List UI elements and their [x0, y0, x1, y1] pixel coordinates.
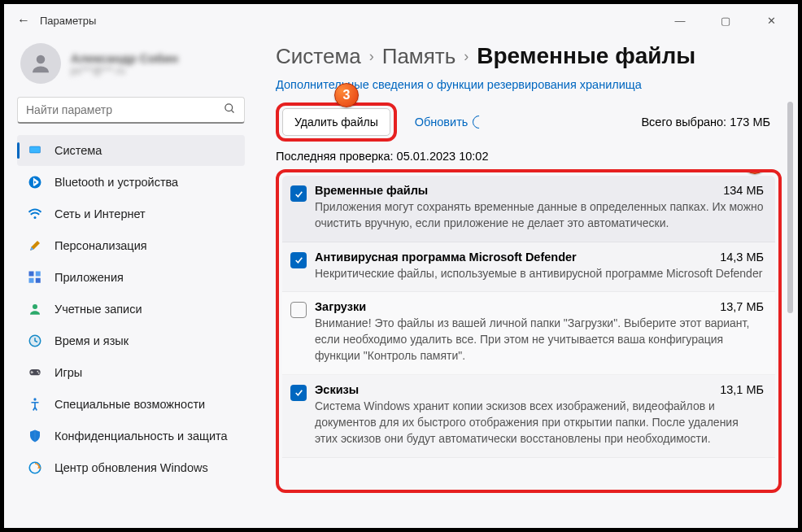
- sidebar-item-4[interactable]: Приложения: [17, 262, 245, 293]
- game-icon: [27, 364, 43, 381]
- apps-icon: [27, 269, 43, 286]
- file-item-0[interactable]: Временные файлы134 МБПриложения могут со…: [282, 176, 775, 242]
- file-item-2[interactable]: Загрузки13,7 МБВнимание! Это файлы из ва…: [282, 292, 775, 375]
- bluetooth-icon: [27, 174, 43, 190]
- shield-icon: [27, 428, 43, 444]
- file-item-1[interactable]: Антивирусная программа Microsoft Defende…: [282, 242, 775, 292]
- file-item-3[interactable]: Эскизы13,1 МБСистема Windows хранит копи…: [282, 375, 775, 458]
- refresh-button[interactable]: Обновить: [415, 116, 486, 129]
- scrollbar-thumb[interactable]: [787, 102, 793, 313]
- page-title: Временные файлы: [477, 43, 695, 69]
- profile-block[interactable]: Александр Собин ps***@***.ru: [17, 37, 245, 97]
- chevron-right-icon: ›: [464, 48, 469, 65]
- svg-rect-8: [36, 272, 41, 277]
- wifi-icon: [27, 206, 43, 222]
- total-selected-label: Всего выбрано: 173 МБ: [641, 116, 782, 129]
- minimize-button[interactable]: —: [666, 8, 694, 33]
- update-icon: [27, 460, 43, 476]
- sidebar-item-6[interactable]: Время и язык: [17, 325, 245, 356]
- sidebar-item-1[interactable]: Bluetooth и устройства: [17, 167, 245, 198]
- svg-point-17: [33, 398, 36, 400]
- clock-icon: [27, 333, 43, 349]
- sidebar-item-0[interactable]: Система: [17, 135, 245, 166]
- annotation-bubble-3: 3: [334, 83, 359, 107]
- window-title: Параметры: [40, 15, 96, 27]
- svg-rect-4: [30, 146, 40, 152]
- file-checkbox[interactable]: [290, 385, 307, 401]
- file-title: Антивирусная программа Microsoft Defende…: [315, 251, 577, 264]
- refresh-label: Обновить: [415, 116, 469, 129]
- sidebar-item-label: Сеть и Интернет: [54, 207, 146, 220]
- breadcrumb: Система › Память › Временные файлы: [276, 43, 782, 69]
- sidebar-item-label: Время и язык: [54, 334, 129, 347]
- file-size: 14,3 МБ: [720, 251, 764, 264]
- sidebar-item-label: Игры: [54, 366, 82, 379]
- delete-files-button[interactable]: Удалить файлы: [282, 108, 390, 136]
- avatar: [20, 43, 61, 84]
- reservation-info-link[interactable]: Дополнительные сведения о функции резерв…: [276, 78, 642, 91]
- access-icon: [27, 396, 43, 412]
- search-input[interactable]: [17, 97, 245, 124]
- file-desc: Некритические файлы, используемые в анти…: [315, 265, 764, 281]
- svg-point-13: [29, 335, 41, 347]
- sidebar-nav: СистемаBluetooth и устройстваСеть и Инте…: [17, 135, 245, 483]
- brush-icon: [27, 238, 43, 254]
- file-list: 2 Временные файлы134 МБПриложения могут …: [276, 169, 782, 493]
- sidebar-item-8[interactable]: Специальные возможности: [17, 389, 245, 420]
- file-checkbox[interactable]: [290, 185, 307, 202]
- annotation-bubble-2: 2: [743, 169, 767, 174]
- svg-line-2: [231, 110, 233, 112]
- sidebar-item-label: Учетные записи: [54, 303, 142, 316]
- svg-point-16: [38, 373, 40, 374]
- file-title: Эскизы: [315, 383, 359, 396]
- file-size: 13,1 МБ: [720, 383, 764, 396]
- svg-rect-10: [36, 278, 41, 283]
- system-icon: [27, 142, 43, 159]
- svg-point-0: [37, 55, 46, 64]
- chevron-right-icon: ›: [369, 48, 374, 65]
- annotation-highlight-3: Удалить файлы 3: [276, 102, 397, 142]
- sidebar-item-label: Персонализация: [54, 239, 147, 252]
- last-check-label: Последняя проверка: 05.01.2023 10:02: [276, 150, 782, 163]
- file-size: 134 МБ: [723, 184, 764, 197]
- file-size: 13,7 МБ: [720, 300, 764, 313]
- close-button[interactable]: ✕: [757, 8, 785, 33]
- sidebar-item-label: Конфиденциальность и защита: [54, 430, 228, 443]
- sidebar-item-2[interactable]: Сеть и Интернет: [17, 198, 245, 229]
- search-field[interactable]: [26, 103, 224, 116]
- sidebar-item-10[interactable]: Центр обновления Windows: [17, 452, 245, 483]
- sidebar-item-3[interactable]: Персонализация: [17, 230, 245, 261]
- svg-rect-7: [29, 272, 34, 277]
- refresh-icon: [470, 113, 489, 132]
- sidebar-item-label: Система: [54, 144, 102, 157]
- sidebar-item-label: Специальные возможности: [54, 398, 205, 411]
- svg-point-5: [29, 177, 41, 189]
- breadcrumb-memory[interactable]: Память: [382, 44, 456, 69]
- sidebar-item-label: Bluetooth и устройства: [54, 176, 178, 189]
- file-checkbox[interactable]: [290, 252, 307, 268]
- svg-rect-9: [29, 278, 34, 283]
- search-icon: [224, 102, 236, 117]
- file-title: Загрузки: [315, 300, 366, 313]
- profile-name: Александр Собин ps***@***.ru: [71, 51, 178, 76]
- user-icon: [27, 301, 43, 317]
- svg-point-1: [225, 104, 233, 111]
- svg-point-15: [37, 371, 38, 373]
- breadcrumb-system[interactable]: Система: [276, 44, 361, 69]
- file-desc: Внимание! Это файлы из вашей личной папк…: [315, 315, 764, 364]
- scrollbar[interactable]: [787, 102, 793, 520]
- file-desc: Система Windows хранит копии эскизов все…: [315, 398, 764, 447]
- file-checkbox[interactable]: [290, 302, 307, 318]
- maximize-button[interactable]: ▢: [712, 8, 739, 33]
- svg-point-11: [33, 304, 37, 309]
- file-title: Временные файлы: [315, 184, 428, 197]
- sidebar-item-5[interactable]: Учетные записи: [17, 294, 245, 325]
- sidebar-item-label: Приложения: [54, 271, 124, 284]
- sidebar-item-label: Центр обновления Windows: [54, 461, 208, 474]
- svg-point-6: [34, 216, 37, 219]
- back-button[interactable]: ←: [14, 13, 33, 28]
- sidebar-item-9[interactable]: Конфиденциальность и защита: [17, 421, 245, 451]
- sidebar-item-7[interactable]: Игры: [17, 357, 245, 388]
- file-desc: Приложения могут сохранять временные дан…: [315, 198, 764, 232]
